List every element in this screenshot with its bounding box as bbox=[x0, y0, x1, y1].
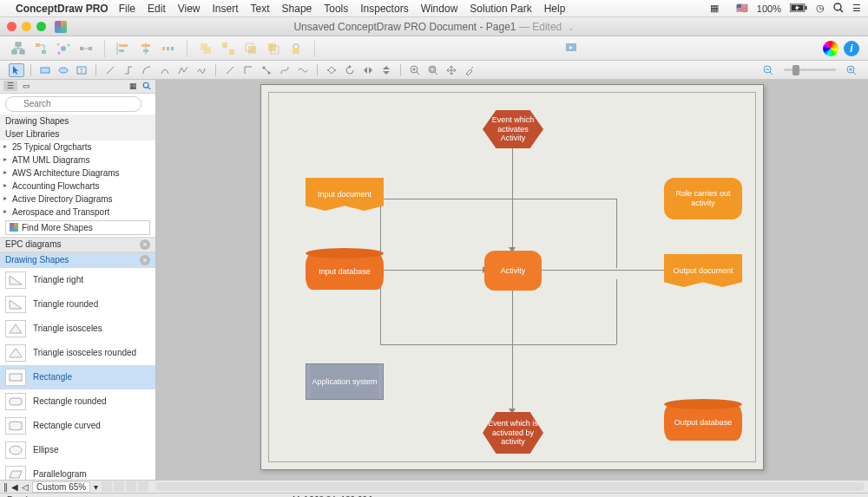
lib-folder[interactable]: Active Directory Diagrams bbox=[0, 193, 155, 206]
network-icon[interactable] bbox=[76, 40, 95, 57]
node-app-system[interactable]: Application system bbox=[306, 363, 384, 400]
chevron-down-icon[interactable]: ⌄ bbox=[568, 23, 575, 32]
shape-ellipse[interactable]: Ellipse bbox=[0, 438, 155, 462]
edit-points-tool[interactable] bbox=[324, 63, 339, 77]
shape-triangle-isosceles[interactable]: Triangle isosceles bbox=[0, 317, 155, 341]
pan-tool[interactable] bbox=[444, 63, 459, 77]
clock-icon[interactable]: ◷ bbox=[816, 3, 825, 14]
ungroup-icon[interactable] bbox=[219, 40, 238, 57]
menu-edit[interactable]: Edit bbox=[148, 3, 166, 15]
node-activity[interactable]: Activity bbox=[484, 251, 542, 291]
search-lib-icon[interactable] bbox=[141, 81, 152, 91]
lib-header-user[interactable]: User Libraries bbox=[0, 128, 155, 141]
pointer-tool[interactable] bbox=[9, 63, 24, 77]
flowchart-icon[interactable] bbox=[31, 40, 50, 57]
lib-folder[interactable]: Accounting Flowcharts bbox=[0, 180, 155, 193]
menu-insert[interactable]: Insert bbox=[213, 3, 239, 15]
mindmap-icon[interactable] bbox=[54, 40, 73, 57]
shape-parallelogram[interactable]: Parallelogram bbox=[0, 462, 155, 480]
close-lib-icon[interactable]: × bbox=[140, 255, 150, 265]
dashboard-icon[interactable]: ▦ bbox=[710, 3, 719, 14]
curve-tool[interactable] bbox=[157, 63, 173, 77]
arc-tool[interactable] bbox=[139, 63, 155, 77]
presentation-icon[interactable] bbox=[562, 40, 581, 57]
menu-solution-park[interactable]: Solution Park bbox=[470, 3, 531, 15]
group-icon[interactable] bbox=[196, 40, 215, 57]
document-title[interactable]: Unsaved ConceptDraw PRO Document - Page1… bbox=[293, 21, 574, 33]
right-angle-tool[interactable] bbox=[240, 63, 256, 77]
grid-view-icon[interactable]: ▦ bbox=[128, 81, 138, 91]
rect-tool[interactable] bbox=[37, 63, 53, 77]
connector-tool[interactable] bbox=[121, 63, 136, 77]
align-center-icon[interactable] bbox=[136, 40, 155, 57]
find-more-shapes-button[interactable]: Find More Shapes bbox=[5, 220, 150, 235]
node-output-database[interactable]: Output database bbox=[664, 404, 742, 441]
page-tabs[interactable] bbox=[102, 481, 148, 492]
line-tool[interactable] bbox=[102, 63, 118, 77]
menu-window[interactable]: Window bbox=[421, 3, 458, 15]
menu-file[interactable]: File bbox=[119, 3, 135, 15]
menu-view[interactable]: View bbox=[178, 3, 201, 15]
freehand-tool[interactable] bbox=[194, 63, 209, 77]
battery-icon[interactable] bbox=[790, 3, 807, 14]
flip-h-tool[interactable] bbox=[360, 63, 376, 77]
diagram-page[interactable]: Event which activates Activity Input doc… bbox=[260, 84, 764, 470]
panel-toggle[interactable]: ‖ bbox=[3, 482, 8, 492]
shape-rectangle[interactable]: Rectangle bbox=[0, 365, 155, 389]
close-lib-icon[interactable]: × bbox=[140, 239, 150, 250]
lib-folder[interactable]: 25 Typical Orgcharts bbox=[0, 141, 155, 154]
menu-shape[interactable]: Shape bbox=[282, 3, 312, 15]
menu-text[interactable]: Text bbox=[251, 3, 270, 15]
lib-drawing-shapes[interactable]: Drawing Shapes× bbox=[0, 252, 155, 268]
lib-header-drawing[interactable]: Drawing Shapes bbox=[0, 114, 155, 128]
zoom-level[interactable]: Custom 65% bbox=[32, 481, 90, 493]
front-icon[interactable] bbox=[241, 40, 260, 57]
app-name[interactable]: ConceptDraw PRO bbox=[16, 3, 108, 15]
panel-tab-2[interactable]: ▭ bbox=[19, 81, 34, 91]
polyline-tool[interactable] bbox=[175, 63, 191, 77]
spotlight-icon[interactable] bbox=[833, 3, 844, 15]
zoom-fit-tool[interactable] bbox=[425, 63, 441, 77]
node-output-document[interactable]: Output document bbox=[664, 254, 742, 287]
distribute-icon[interactable] bbox=[159, 40, 178, 57]
smart-connector-tool[interactable] bbox=[259, 63, 274, 77]
text-tool[interactable]: T bbox=[74, 63, 89, 77]
page-first[interactable]: ◀ bbox=[11, 482, 18, 492]
shape-triangle-right[interactable]: Triangle right bbox=[0, 268, 155, 292]
org-chart-icon[interactable] bbox=[9, 40, 28, 57]
node-event-bottom[interactable]: Event which is activated by activity bbox=[483, 412, 543, 454]
node-role[interactable]: Role carries out activity bbox=[664, 178, 742, 219]
flip-v-tool[interactable] bbox=[378, 63, 394, 77]
hscrollbar[interactable] bbox=[155, 482, 865, 491]
panel-tab-1[interactable]: ☰ bbox=[3, 81, 17, 91]
library-search-input[interactable] bbox=[5, 96, 141, 112]
shape-rectangle-rounded[interactable]: Rectangle rounded bbox=[0, 389, 155, 414]
color-wheel-icon[interactable] bbox=[823, 41, 838, 56]
menu-tools[interactable]: Tools bbox=[324, 3, 348, 15]
shape-rectangle-curved[interactable]: Rectangle curved bbox=[0, 414, 155, 438]
close-window-button[interactable] bbox=[7, 22, 16, 31]
lock-icon[interactable] bbox=[286, 40, 306, 57]
menu-help[interactable]: Help bbox=[544, 3, 566, 15]
zoom-dropdown-icon[interactable]: ▾ bbox=[94, 482, 98, 492]
spline-tool[interactable] bbox=[295, 63, 311, 77]
node-input-document[interactable]: Input document bbox=[306, 178, 384, 211]
lib-folder[interactable]: Aerospace and Transport bbox=[0, 206, 155, 219]
shape-triangle-rounded[interactable]: Triangle rounded bbox=[0, 292, 155, 317]
menu-inspectors[interactable]: Inspectors bbox=[360, 3, 408, 15]
minimize-window-button[interactable] bbox=[22, 22, 31, 31]
line2-tool[interactable] bbox=[222, 63, 238, 77]
zoom-slider[interactable] bbox=[784, 69, 836, 71]
eyedropper-tool[interactable] bbox=[462, 63, 477, 77]
menu-extras-icon[interactable]: ☰ bbox=[852, 3, 861, 14]
zoom-in-button[interactable] bbox=[844, 63, 859, 77]
zoom-out-button[interactable] bbox=[760, 63, 776, 77]
canvas[interactable]: Event which activates Activity Input doc… bbox=[156, 80, 868, 480]
shape-triangle-iso-rounded[interactable]: Triangle isosceles rounded bbox=[0, 341, 155, 365]
node-event-top[interactable]: Event which activates Activity bbox=[483, 110, 543, 148]
back-icon[interactable] bbox=[264, 40, 283, 57]
bezier-tool[interactable] bbox=[277, 63, 293, 77]
flag-icon[interactable]: 🇺🇸 bbox=[736, 3, 748, 14]
lib-epc-diagrams[interactable]: EPC diagrams× bbox=[0, 237, 155, 252]
align-left-icon[interactable] bbox=[114, 40, 133, 57]
